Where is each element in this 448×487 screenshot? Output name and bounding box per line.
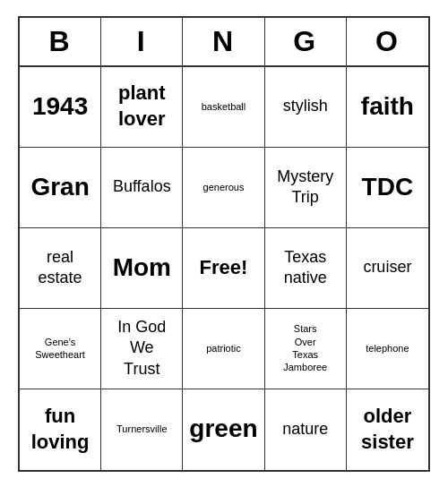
cell-text: oldersister <box>361 404 414 455</box>
bingo-cell: patriotic <box>183 309 264 389</box>
cell-text: Texasnative <box>284 247 327 289</box>
cell-text: Gran <box>30 171 89 203</box>
cell-text: Mom <box>113 252 171 284</box>
bingo-cell: green <box>183 389 264 470</box>
cell-text: plantlover <box>118 81 166 132</box>
bingo-cell: Gran <box>20 148 101 228</box>
bingo-cell: nature <box>265 389 347 470</box>
bingo-cell: Buffalos <box>101 148 183 228</box>
bingo-cell: StarsOverTexasJamboree <box>265 309 347 389</box>
cell-text: TDC <box>362 171 414 203</box>
bingo-cell: basketball <box>183 67 264 148</box>
header-letter: O <box>347 18 428 65</box>
cell-text: Buffalos <box>113 176 171 197</box>
bingo-cell: Mom <box>101 228 183 309</box>
cell-text: basketball <box>202 100 246 113</box>
bingo-card: BINGO 1943plantloverbasketballstylishfai… <box>18 16 430 472</box>
bingo-cell: Gene'sSweetheart <box>20 309 101 389</box>
bingo-cell: stylish <box>265 67 347 148</box>
cell-text: MysteryTrip <box>277 167 333 209</box>
cell-text: generous <box>203 181 245 193</box>
bingo-cell: faith <box>347 67 428 148</box>
bingo-cell: realestate <box>20 228 101 309</box>
bingo-cell: In GodWeTrust <box>101 309 183 389</box>
bingo-cell: plantlover <box>101 67 183 148</box>
cell-text: Free! <box>200 255 248 281</box>
header-letter: G <box>265 18 347 65</box>
cell-text: stylish <box>283 96 328 116</box>
cell-text: StarsOverTexasJamboree <box>283 322 327 373</box>
cell-text: Turnersville <box>116 423 167 435</box>
bingo-cell: generous <box>183 148 264 228</box>
cell-text: nature <box>282 419 328 440</box>
bingo-cell: funloving <box>20 389 101 470</box>
cell-text: In GodWeTrust <box>117 317 166 380</box>
cell-text: telephone <box>366 342 409 355</box>
header-letter: N <box>183 18 264 65</box>
bingo-header: BINGO <box>20 18 428 67</box>
cell-text: green <box>189 413 257 445</box>
cell-text: funloving <box>31 404 90 455</box>
cell-text: cruiser <box>363 257 411 278</box>
bingo-cell: cruiser <box>347 228 428 309</box>
bingo-cell: TDC <box>347 148 428 228</box>
bingo-cell: 1943 <box>20 67 101 148</box>
header-letter: I <box>101 18 183 65</box>
bingo-cell: Turnersville <box>101 389 183 470</box>
bingo-cell: Texasnative <box>265 228 347 309</box>
bingo-cell: MysteryTrip <box>265 148 347 228</box>
cell-text: faith <box>361 90 414 123</box>
cell-text: 1943 <box>32 90 88 123</box>
bingo-cell: telephone <box>347 309 428 389</box>
cell-text: Gene'sSweetheart <box>35 336 85 362</box>
bingo-cell: Free! <box>183 228 264 309</box>
bingo-grid: 1943plantloverbasketballstylishfaithGran… <box>20 67 428 470</box>
cell-text: patriotic <box>206 342 241 355</box>
header-letter: B <box>20 18 101 65</box>
cell-text: realestate <box>39 247 82 289</box>
bingo-cell: oldersister <box>347 389 428 470</box>
